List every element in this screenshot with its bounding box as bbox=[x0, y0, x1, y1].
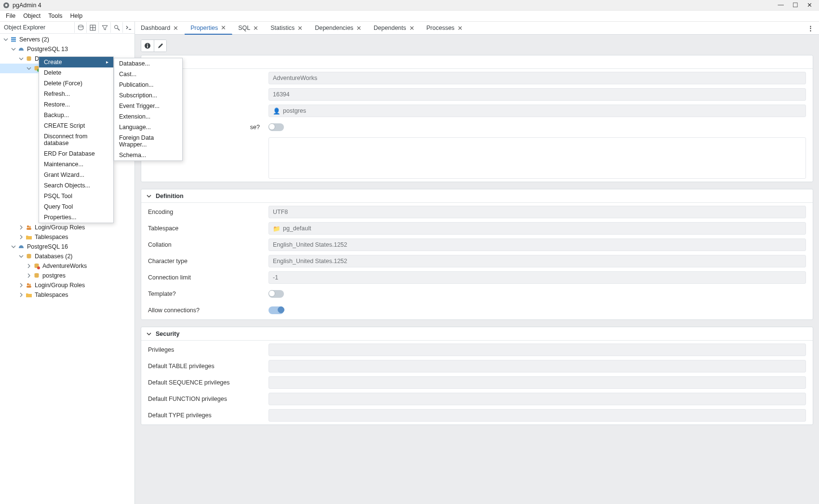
ctx-create-script[interactable]: CREATE Script bbox=[39, 120, 113, 131]
svg-rect-10 bbox=[11, 39, 16, 40]
toggle-template[interactable] bbox=[269, 290, 284, 298]
chevron-down-icon[interactable] bbox=[146, 193, 152, 199]
folder-icon: 📁 bbox=[273, 225, 281, 232]
elephant-icon bbox=[17, 243, 25, 251]
tab-sql[interactable]: SQL✕ bbox=[232, 22, 265, 34]
window-close[interactable]: ✕ bbox=[807, 1, 812, 9]
sub-publication[interactable]: Publication... bbox=[114, 80, 182, 90]
ctx-query-tool[interactable]: Query Tool bbox=[39, 201, 113, 212]
edit-button[interactable] bbox=[154, 40, 166, 52]
tree-node-postgres-16[interactable]: postgres bbox=[0, 271, 134, 280]
tab-properties[interactable]: Properties✕ bbox=[185, 22, 232, 35]
sub-database[interactable]: Database... bbox=[114, 58, 182, 69]
ctx-grant-wizard[interactable]: Grant Wizard... bbox=[39, 170, 113, 180]
field-type-privileges bbox=[269, 409, 806, 422]
sub-cast[interactable]: Cast... bbox=[114, 69, 182, 80]
roles-icon bbox=[25, 224, 33, 231]
field-tablespace: 📁pg_default bbox=[269, 222, 806, 235]
sidebar-terminal-button[interactable] bbox=[122, 22, 134, 33]
sidebar-grid-button[interactable] bbox=[86, 22, 98, 33]
tree-node-adventureworks-16[interactable]: AdventureWorks bbox=[0, 261, 134, 271]
close-icon[interactable]: ✕ bbox=[409, 25, 415, 32]
ctx-maintenance[interactable]: Maintenance... bbox=[39, 159, 113, 170]
tree-node-databases-16[interactable]: Databases (2) bbox=[0, 252, 134, 261]
ctx-disconnect[interactable]: Disconnect from database bbox=[39, 131, 113, 148]
field-owner: 👤postgres bbox=[269, 105, 806, 117]
close-icon[interactable]: ✕ bbox=[457, 25, 463, 32]
sub-language[interactable]: Language... bbox=[114, 122, 182, 133]
tab-dependencies[interactable]: Dependencies✕ bbox=[309, 22, 368, 34]
svg-point-27 bbox=[147, 44, 148, 45]
field-oid: 16394 bbox=[269, 88, 806, 101]
ctx-delete-force[interactable]: Delete (Force) bbox=[39, 78, 113, 89]
ctx-erd[interactable]: ERD For Database bbox=[39, 148, 113, 159]
tree-node-pg16[interactable]: PostgreSQL 16 bbox=[0, 242, 134, 252]
app-icon bbox=[3, 2, 10, 9]
menu-help[interactable]: Help bbox=[66, 12, 86, 20]
tab-processes[interactable]: Processes✕ bbox=[421, 22, 469, 34]
tab-overflow-button[interactable]: ⋮ bbox=[803, 25, 819, 32]
tab-dependents[interactable]: Dependents✕ bbox=[368, 22, 420, 34]
folder-icon bbox=[25, 291, 33, 299]
close-icon[interactable]: ✕ bbox=[173, 25, 178, 32]
window-titlebar: pgAdmin 4 — ☐ ✕ bbox=[0, 0, 819, 11]
tab-bar: Dashboard✕ Properties✕ SQL✕ Statistics✕ … bbox=[135, 22, 819, 35]
panel-general: General DatabaseAdventureWorks OID16394 … bbox=[141, 55, 813, 182]
ctx-create[interactable]: Create▸ bbox=[39, 57, 113, 67]
database-icon bbox=[25, 252, 33, 260]
svg-point-22 bbox=[27, 283, 29, 285]
sidebar-filter-button[interactable] bbox=[98, 22, 110, 33]
svg-rect-17 bbox=[27, 228, 31, 230]
window-minimize[interactable]: — bbox=[778, 1, 784, 9]
context-menu: Create▸ Delete Delete (Force) Refresh...… bbox=[39, 56, 114, 223]
ctx-search-objects[interactable]: Search Objects... bbox=[39, 180, 113, 191]
sub-fdw[interactable]: Foreign Data Wrapper... bbox=[114, 133, 182, 150]
close-icon[interactable]: ✕ bbox=[356, 25, 362, 32]
folder-icon bbox=[25, 233, 33, 241]
sidebar-title: Object Explorer bbox=[0, 24, 45, 31]
menu-file[interactable]: File bbox=[2, 12, 19, 20]
svg-point-15 bbox=[27, 225, 29, 227]
close-icon[interactable]: ✕ bbox=[297, 25, 303, 32]
sidebar-search-button[interactable] bbox=[110, 22, 122, 33]
menu-tools[interactable]: Tools bbox=[44, 12, 66, 20]
chevron-down-icon[interactable] bbox=[146, 331, 152, 337]
ctx-refresh[interactable]: Refresh... bbox=[39, 89, 113, 99]
tab-statistics[interactable]: Statistics✕ bbox=[265, 22, 309, 34]
database-connected-icon bbox=[33, 262, 40, 270]
tree-node-pg13[interactable]: PostgreSQL 13 bbox=[0, 44, 134, 54]
toggle-allow-connections[interactable] bbox=[269, 306, 284, 314]
tree-node-login-roles-16[interactable]: Login/Group Roles bbox=[0, 280, 134, 290]
close-icon[interactable]: ✕ bbox=[253, 25, 258, 32]
field-comment[interactable] bbox=[269, 137, 806, 179]
tree-node-login-roles-13[interactable]: Login/Group Roles bbox=[0, 223, 134, 232]
ctx-psql-tool[interactable]: PSQL Tool bbox=[39, 191, 113, 201]
menu-object[interactable]: Object bbox=[19, 12, 44, 20]
field-function-privileges bbox=[269, 393, 806, 405]
ctx-delete[interactable]: Delete bbox=[39, 67, 113, 78]
field-database: AdventureWorks bbox=[269, 72, 806, 84]
menu-bar: File Object Tools Help bbox=[0, 11, 819, 22]
ctx-properties[interactable]: Properties... bbox=[39, 212, 113, 223]
tab-dashboard[interactable]: Dashboard✕ bbox=[135, 22, 185, 34]
tree-node-tablespaces-13[interactable]: Tablespaces bbox=[0, 232, 134, 242]
context-submenu-create: Database... Cast... Publication... Subsc… bbox=[114, 58, 183, 161]
main-content: Dashboard✕ Properties✕ SQL✕ Statistics✕ … bbox=[135, 22, 819, 504]
ctx-backup[interactable]: Backup... bbox=[39, 110, 113, 120]
sub-event-trigger[interactable]: Event Trigger... bbox=[114, 101, 182, 111]
svg-rect-11 bbox=[11, 41, 16, 42]
tree-node-tablespaces-16[interactable]: Tablespaces bbox=[0, 290, 134, 300]
svg-rect-26 bbox=[147, 45, 148, 48]
ctx-restore[interactable]: Restore... bbox=[39, 99, 113, 110]
close-icon[interactable]: ✕ bbox=[221, 24, 226, 31]
window-maximize[interactable]: ☐ bbox=[792, 1, 798, 9]
toggle-system-db[interactable] bbox=[269, 123, 284, 131]
tree-node-servers[interactable]: Servers (2) bbox=[0, 35, 134, 44]
sidebar-dbserver-button[interactable] bbox=[74, 22, 86, 33]
elephant-icon bbox=[17, 45, 25, 53]
sub-extension[interactable]: Extension... bbox=[114, 111, 182, 122]
sub-subscription[interactable]: Subscription... bbox=[114, 90, 182, 101]
sub-schema[interactable]: Schema... bbox=[114, 150, 182, 160]
svg-rect-9 bbox=[11, 37, 16, 39]
info-button[interactable] bbox=[141, 40, 154, 52]
